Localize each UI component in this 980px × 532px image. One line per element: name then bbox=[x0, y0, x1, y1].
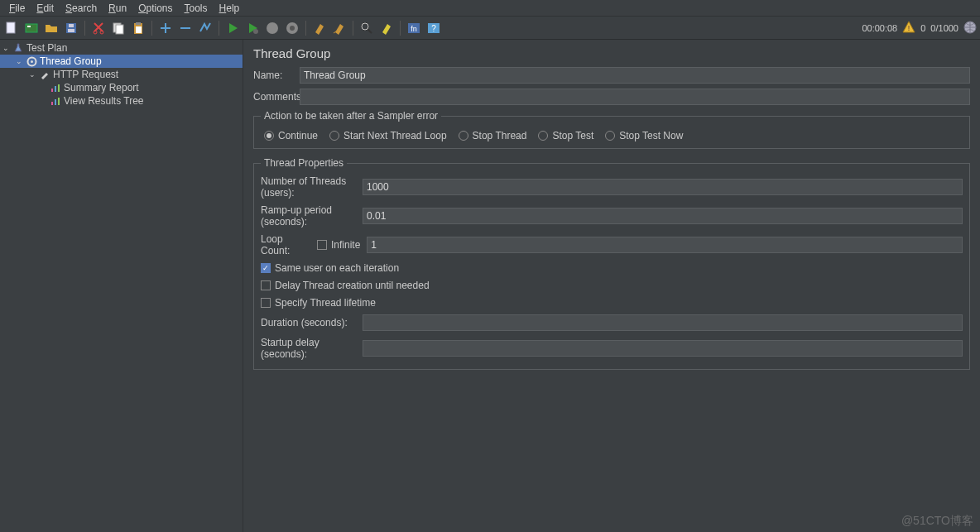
tree-label: Test Plan bbox=[26, 42, 67, 54]
svg-rect-11 bbox=[136, 22, 141, 25]
toggle-icon[interactable] bbox=[197, 20, 214, 36]
templates-icon[interactable] bbox=[23, 20, 40, 36]
tree-summary-report[interactable]: Summary Report bbox=[0, 81, 243, 94]
name-input[interactable] bbox=[300, 67, 970, 84]
radio-icon bbox=[264, 131, 274, 141]
paste-icon[interactable] bbox=[130, 20, 147, 36]
svg-point-13 bbox=[253, 29, 258, 34]
checkbox-icon bbox=[261, 280, 271, 290]
svg-rect-32 bbox=[58, 98, 60, 105]
error-count: 0 bbox=[920, 23, 925, 33]
svg-rect-4 bbox=[68, 29, 74, 32]
tree-panel: ⌄ Test Plan ⌄ Thread Group ⌄ HTTP Reques… bbox=[0, 40, 243, 532]
threads-input[interactable] bbox=[363, 179, 963, 195]
svg-rect-31 bbox=[55, 99, 56, 105]
flask-icon bbox=[12, 42, 24, 54]
loop-label: Loop Count: bbox=[261, 233, 310, 256]
globe-icon[interactable] bbox=[963, 21, 977, 36]
svg-rect-0 bbox=[7, 22, 15, 33]
threads-label: Number of Threads (users): bbox=[261, 175, 356, 199]
status-bar: 00:00:08 ! 0 0/1000 bbox=[862, 21, 977, 36]
save-icon[interactable] bbox=[63, 20, 79, 36]
radio-icon bbox=[538, 131, 548, 141]
reset-search-icon[interactable] bbox=[378, 20, 395, 36]
thread-properties-fieldset: Thread Properties Number of Threads (use… bbox=[253, 157, 970, 370]
content-panel: Thread Group Name: Comments: Action to b… bbox=[243, 40, 980, 532]
panel-title: Thread Group bbox=[253, 46, 970, 60]
menu-help[interactable]: Help bbox=[214, 1, 246, 16]
toolbar: fn ? 00:00:08 ! 0 0/1000 bbox=[0, 17, 980, 40]
radio-stop-test[interactable]: Stop Test bbox=[538, 130, 593, 141]
svg-rect-29 bbox=[58, 84, 60, 92]
checkbox-icon bbox=[261, 263, 271, 273]
svg-text:?: ? bbox=[431, 24, 436, 33]
toggle-icon[interactable]: ⌄ bbox=[15, 57, 23, 65]
menu-tools[interactable]: Tools bbox=[179, 1, 214, 16]
radio-start-next[interactable]: Start Next Thread Loop bbox=[329, 130, 447, 141]
open-icon[interactable] bbox=[43, 20, 60, 36]
radio-continue[interactable]: Continue bbox=[264, 130, 318, 141]
tree-label: HTTP Request bbox=[53, 69, 118, 80]
svg-rect-5 bbox=[69, 24, 74, 27]
svg-rect-30 bbox=[51, 102, 53, 105]
tree-test-plan[interactable]: ⌄ Test Plan bbox=[0, 41, 243, 55]
name-label: Name: bbox=[253, 69, 295, 81]
menu-options[interactable]: Options bbox=[132, 1, 178, 16]
radio-icon bbox=[605, 131, 615, 141]
radio-icon bbox=[329, 131, 339, 141]
search-icon[interactable] bbox=[358, 20, 375, 36]
comments-label: Comments: bbox=[253, 91, 295, 103]
menu-search[interactable]: Search bbox=[60, 1, 103, 16]
new-icon[interactable] bbox=[3, 20, 20, 36]
svg-point-14 bbox=[267, 22, 278, 34]
elapsed-time: 00:00:08 bbox=[862, 23, 897, 33]
svg-point-26 bbox=[31, 60, 33, 63]
checkbox-icon bbox=[261, 298, 271, 308]
loop-input[interactable] bbox=[367, 237, 963, 253]
copy-icon[interactable] bbox=[110, 20, 127, 36]
specify-lifetime-checkbox[interactable]: Specify Thread lifetime bbox=[261, 297, 376, 309]
comments-input[interactable] bbox=[300, 89, 970, 105]
chart-icon bbox=[50, 95, 61, 107]
toggle-icon[interactable]: ⌄ bbox=[28, 70, 36, 79]
checkbox-icon bbox=[317, 240, 327, 250]
warning-icon[interactable]: ! bbox=[902, 21, 915, 36]
startup-delay-input bbox=[363, 340, 963, 357]
function-icon[interactable]: fn bbox=[406, 20, 422, 36]
ramp-input[interactable] bbox=[363, 208, 963, 224]
infinite-checkbox[interactable]: Infinite bbox=[317, 239, 360, 251]
menu-run[interactable]: Run bbox=[103, 1, 132, 16]
tree-label: Thread Group bbox=[40, 55, 102, 67]
svg-text:fn: fn bbox=[411, 25, 417, 33]
clear-all-icon[interactable] bbox=[331, 20, 348, 36]
tree-thread-group[interactable]: ⌄ Thread Group bbox=[0, 55, 243, 68]
svg-rect-1 bbox=[26, 24, 37, 32]
delay-creation-checkbox[interactable]: Delay Thread creation until needed bbox=[261, 280, 430, 291]
shutdown-icon[interactable] bbox=[284, 20, 300, 36]
svg-rect-27 bbox=[51, 89, 53, 92]
startup-delay-label: Startup delay (seconds): bbox=[261, 337, 356, 360]
tree-view-results[interactable]: View Results Tree bbox=[0, 94, 243, 108]
toggle-icon[interactable]: ⌄ bbox=[2, 44, 10, 52]
svg-point-18 bbox=[362, 23, 368, 30]
tree-label: View Results Tree bbox=[64, 95, 144, 107]
thread-properties-legend: Thread Properties bbox=[261, 157, 347, 169]
radio-stop-thread[interactable]: Stop Thread bbox=[459, 130, 527, 141]
radio-stop-now[interactable]: Stop Test Now bbox=[605, 130, 683, 141]
menubar: File Edit Search Run Options Tools Help bbox=[0, 0, 980, 17]
svg-rect-2 bbox=[27, 26, 31, 27]
collapse-icon[interactable] bbox=[177, 20, 194, 36]
help-icon[interactable]: ? bbox=[425, 20, 442, 36]
menu-file[interactable]: File bbox=[3, 1, 31, 16]
clear-icon[interactable] bbox=[311, 20, 328, 36]
cut-icon[interactable] bbox=[90, 20, 107, 36]
expand-icon[interactable] bbox=[157, 20, 174, 36]
watermark: @51CTO博客 bbox=[901, 514, 973, 529]
tree-http-request[interactable]: ⌄ HTTP Request bbox=[0, 68, 243, 81]
start-icon[interactable] bbox=[224, 20, 241, 36]
menu-edit[interactable]: Edit bbox=[31, 1, 60, 16]
start-no-pause-icon[interactable] bbox=[244, 20, 261, 36]
same-user-checkbox[interactable]: Same user on each iteration bbox=[261, 262, 399, 274]
stop-icon[interactable] bbox=[264, 20, 281, 36]
gear-icon bbox=[26, 55, 37, 67]
